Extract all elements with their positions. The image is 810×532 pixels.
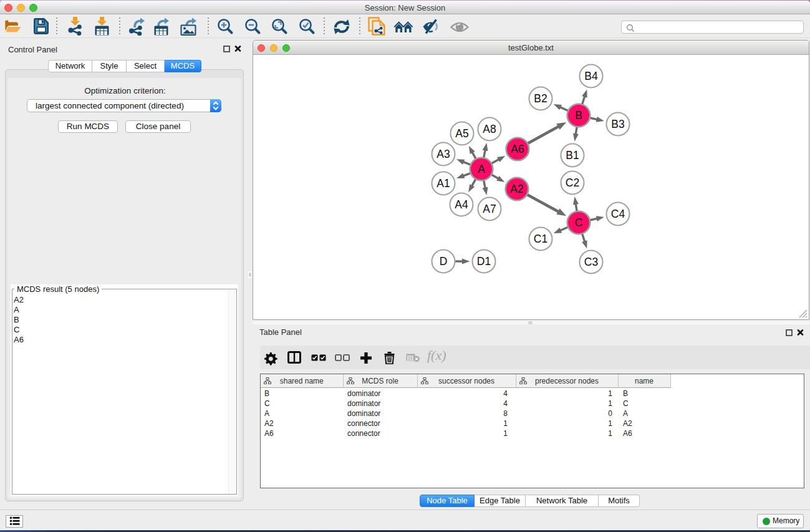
svg-text:D1: D1 xyxy=(477,255,491,268)
svg-text:C: C xyxy=(575,216,583,229)
svg-text:A7: A7 xyxy=(483,203,496,215)
svg-text:A: A xyxy=(478,163,485,175)
svg-text:A4: A4 xyxy=(455,198,468,211)
svg-text:A5: A5 xyxy=(455,127,468,140)
svg-text:A6: A6 xyxy=(511,143,524,155)
svg-text:D: D xyxy=(440,255,448,268)
svg-text:B2: B2 xyxy=(534,92,547,105)
svg-text:C1: C1 xyxy=(534,233,547,245)
svg-text:B: B xyxy=(575,109,582,122)
svg-text:C3: C3 xyxy=(584,256,598,268)
svg-text:B4: B4 xyxy=(584,70,598,82)
svg-text:A8: A8 xyxy=(483,123,496,135)
svg-text:A1: A1 xyxy=(436,177,450,190)
svg-text:A3: A3 xyxy=(436,148,450,160)
svg-text:C4: C4 xyxy=(611,208,625,220)
svg-text:A2: A2 xyxy=(510,183,523,195)
svg-text:B3: B3 xyxy=(611,118,624,130)
svg-text:C2: C2 xyxy=(566,177,579,189)
svg-text:B1: B1 xyxy=(566,149,579,162)
